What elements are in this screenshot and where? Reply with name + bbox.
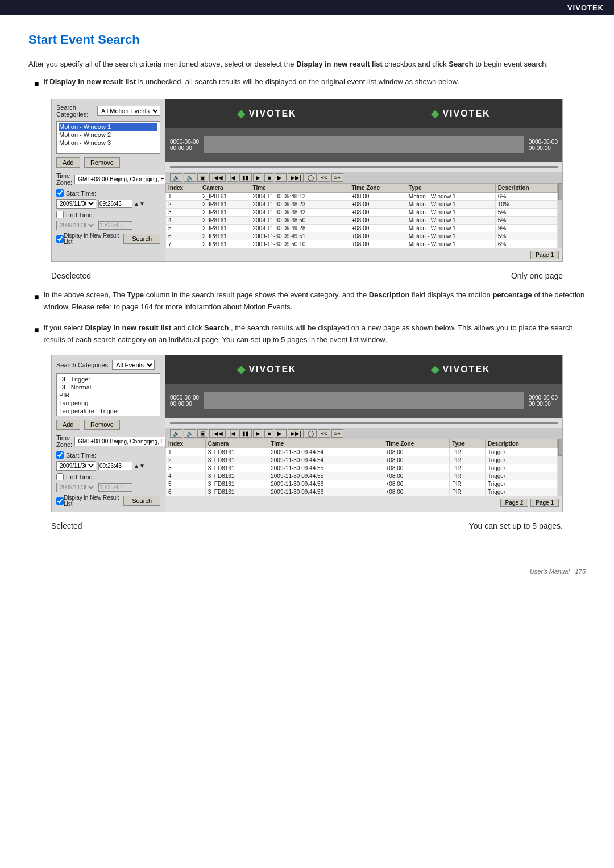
ctrl-play-btn[interactable]: ▶ xyxy=(253,173,263,182)
event-list-item-2-4[interactable]: Temperature - Trigger xyxy=(59,407,157,415)
event-list-item-2-0[interactable]: DI - Trigger xyxy=(59,375,157,383)
display-new-result-checkbox-2[interactable] xyxy=(56,497,64,505)
table-row[interactable]: 32_IP81612009-11-30 09:48:42+08:00Motion… xyxy=(166,209,558,217)
event-list-item-2-1[interactable]: DI - Normal xyxy=(59,383,157,391)
end-time-input-2[interactable] xyxy=(98,483,132,492)
left-panel-2: Search Categories: All Events DI - Trigg… xyxy=(52,355,165,512)
end-date-select-2[interactable]: 2009/11/30 xyxy=(56,483,96,492)
scrollbar-1[interactable] xyxy=(558,183,562,248)
video-area-2: 0000-00-0000:00:00 0000-00-0000:00:00 xyxy=(165,384,562,418)
start-time-checkbox-1[interactable] xyxy=(56,189,64,197)
timezone-select-1[interactable]: GMT+08:00 Beijing, Chongqing, Ho xyxy=(74,175,179,184)
table-row[interactable]: 13_FD81612009-11-30 09:44:54+08:00PIRTri… xyxy=(166,448,558,456)
ctrl-vol-btn-2[interactable]: 🔉 xyxy=(170,429,182,438)
event-list-item-2-5[interactable]: Temperature - Normal xyxy=(59,415,157,416)
timezone-select-2[interactable]: GMT+08:00 Beijing, Chongqing, Ho xyxy=(74,437,179,446)
end-date-select-1[interactable]: 2009/11/30 xyxy=(56,221,96,230)
table-row[interactable]: 22_IP81612009-11-30 09:48:23+08:00Motion… xyxy=(166,201,558,209)
search-button-1[interactable]: Search xyxy=(123,234,160,244)
ctrl-prev-prev-btn-2[interactable]: |◀◀ xyxy=(209,429,226,438)
table-row[interactable]: 12_IP81612009-11-30 09:48:12+08:00Motion… xyxy=(166,193,558,201)
ctrl-pause-btn-2[interactable]: ▮▮ xyxy=(239,429,252,438)
page-num-area-2: Page 2 Page 1 xyxy=(165,496,562,509)
start-date-row-2: 2009/11/30 ▲▼ xyxy=(56,461,160,471)
remove-button-2[interactable]: Remove xyxy=(84,420,120,430)
ctrl-prev-btn-2[interactable]: |◀ xyxy=(227,429,239,438)
ctrl-rewind-btn[interactable]: «« xyxy=(318,173,330,182)
scrollbar-2[interactable] xyxy=(558,439,562,496)
table-row[interactable]: 42_IP81612009-11-30 09:48:50+08:00Motion… xyxy=(166,217,558,225)
event-list-item-2-2[interactable]: PIR xyxy=(59,391,157,399)
start-date-select-2[interactable]: 2009/11/30 xyxy=(56,461,96,471)
timestamp-left-1: 0000-00-0000:00:00 xyxy=(170,139,199,151)
end-time-input-1[interactable] xyxy=(98,221,132,230)
scrollbar-thumb-1[interactable] xyxy=(558,183,562,200)
ctrl-vol2-btn[interactable]: 🔈 xyxy=(184,173,196,182)
scrollbar-thumb-2[interactable] xyxy=(558,439,562,456)
end-time-check-row-1: End Time: xyxy=(56,211,160,218)
event-list-item-1-0[interactable]: Motion - Window 1 xyxy=(59,123,157,131)
remove-button-1[interactable]: Remove xyxy=(84,157,120,168)
table-inner-1: Index Camera Time Time Zone Type Descrip… xyxy=(165,183,558,248)
timezone-row-1: Time Zone: GMT+08:00 Beijing, Chongqing,… xyxy=(56,172,160,186)
spinner-icon-1[interactable]: ▲▼ xyxy=(134,201,145,207)
footer-text: User's Manual - 175 xyxy=(0,568,614,586)
start-date-row-1: 2009/11/30 ▲▼ xyxy=(56,199,160,209)
spinner-icon-2[interactable]: ▲▼ xyxy=(134,463,145,469)
ctrl-photo-btn[interactable]: ▣ xyxy=(197,173,208,182)
page-btn-1[interactable]: Page 1 xyxy=(530,251,559,259)
page-btn-2-1[interactable]: Page 1 xyxy=(530,499,559,507)
table-row[interactable]: 52_IP81612009-11-30 09:49:28+08:00Motion… xyxy=(166,225,558,232)
search-button-2[interactable]: Search xyxy=(123,496,160,506)
table-row[interactable]: 72_IP81612009-11-30 09:50:10+08:00Motion… xyxy=(166,240,558,248)
ctrl-stop-btn-2[interactable]: ■ xyxy=(264,429,273,438)
end-date-row-2: 2009/11/30 xyxy=(56,483,160,492)
timezone-row-2: Time Zone: GMT+08:00 Beijing, Chongqing,… xyxy=(56,434,160,448)
table-row[interactable]: 43_FD81612009-11-30 09:44:55+08:00PIRTri… xyxy=(166,472,558,480)
ctrl-play-btn-2[interactable]: ▶ xyxy=(253,429,263,438)
ctrl-prev-btn[interactable]: |◀ xyxy=(227,173,239,182)
table-row[interactable]: 63_FD81612009-11-30 09:44:56+08:00PIRTri… xyxy=(166,488,558,496)
table-row[interactable]: 23_FD81612009-11-30 09:44:54+08:00PIRTri… xyxy=(166,456,558,464)
timeline-2 xyxy=(165,418,562,428)
display-new-result-checkbox-1[interactable] xyxy=(56,235,64,243)
ctrl-rewind-btn-2[interactable]: «« xyxy=(318,429,330,438)
ctrl-next-btn-2[interactable]: ▶| xyxy=(275,429,287,438)
ctrl-next-next-btn-2[interactable]: ▶▶| xyxy=(288,429,304,438)
ctrl-photo-btn-2[interactable]: ▣ xyxy=(197,429,208,438)
ctrl-circle-btn-2[interactable]: ◯ xyxy=(305,429,317,438)
table-row[interactable]: 53_FD81612009-11-30 09:44:56+08:00PIRTri… xyxy=(166,480,558,488)
ctrl-vol-btn[interactable]: 🔉 xyxy=(170,173,182,182)
event-list-item-2-3[interactable]: Tampering xyxy=(59,399,157,407)
ctrl-vol2-btn-2[interactable]: 🔈 xyxy=(184,429,196,438)
vivotek-logo-text-left: VIVOTEK xyxy=(248,109,296,119)
start-date-select-1[interactable]: 2009/11/30 xyxy=(56,199,96,209)
start-time-checkbox-2[interactable] xyxy=(56,451,64,459)
start-time-input-2[interactable] xyxy=(98,462,132,470)
search-cat-select-2[interactable]: All Events xyxy=(112,360,155,370)
ctrl-next-btn[interactable]: ▶| xyxy=(275,173,287,182)
end-time-label-2: End Time: xyxy=(66,474,94,480)
event-list-item-1-1[interactable]: Motion - Window 2 xyxy=(59,131,157,139)
search-cat-select-1[interactable]: All Motion Events xyxy=(97,106,160,116)
ctrl-pause-btn[interactable]: ▮▮ xyxy=(239,173,252,182)
add-button-1[interactable]: Add xyxy=(56,157,80,168)
add-button-2[interactable]: Add xyxy=(56,420,80,430)
ctrl-circle-btn[interactable]: ◯ xyxy=(305,173,317,182)
end-time-checkbox-1[interactable] xyxy=(56,211,64,218)
results-table-1: Index Camera Time Time Zone Type Descrip… xyxy=(165,183,558,248)
page-btn-2-2[interactable]: Page 2 xyxy=(500,499,529,507)
end-time-checkbox-2[interactable] xyxy=(56,473,64,480)
ctrl-forward-btn-2[interactable]: »» xyxy=(331,429,343,438)
vivotek-logo-text-right: VIVOTEK xyxy=(442,109,490,119)
ctrl-next-next-btn[interactable]: ▶▶| xyxy=(288,173,304,182)
start-time-input-1[interactable] xyxy=(98,200,132,208)
table-row[interactable]: 33_FD81612009-11-30 09:44:55+08:00PIRTri… xyxy=(166,464,558,472)
ctrl-prev-prev-btn[interactable]: |◀◀ xyxy=(209,173,226,182)
label1-right: Only one page xyxy=(511,271,563,280)
col-header-time-2: Time xyxy=(268,439,383,448)
ctrl-stop-btn[interactable]: ■ xyxy=(264,173,273,182)
table-row[interactable]: 62_IP81612009-11-30 09:49:51+08:00Motion… xyxy=(166,232,558,240)
event-list-item-1-2[interactable]: Motion - Window 3 xyxy=(59,139,157,147)
ctrl-forward-btn[interactable]: »» xyxy=(331,173,343,182)
